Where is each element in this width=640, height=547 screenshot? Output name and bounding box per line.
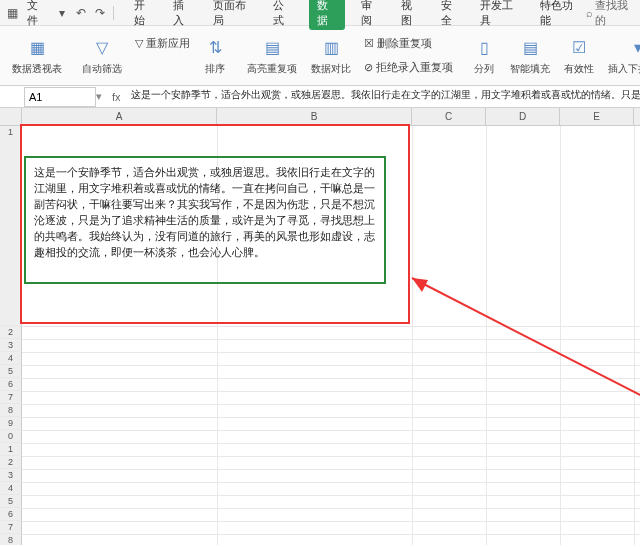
search-box[interactable]: ⌕ 查找我的 — [586, 0, 636, 28]
menubar: ▦ 文件 ▾ ↶ ↷ 开始 插入 页面布局 公式 数据 审阅 视图 安全 开发工… — [0, 0, 640, 26]
cell-a1-content[interactable]: 这是一个安静季节，适合外出观赏，或独居遐思。我依旧行走在文字的江湖里，用文字堆积… — [24, 156, 386, 284]
validity-button[interactable]: ☑有效性 — [558, 30, 600, 82]
row-header[interactable]: 4 — [0, 352, 22, 365]
file-menu[interactable]: 文件 — [23, 0, 52, 30]
divider — [113, 6, 114, 20]
smartfill-button[interactable]: ▤智能填充 — [504, 30, 556, 82]
col-header-F[interactable]: F — [634, 108, 640, 126]
row-header[interactable]: 6 — [0, 508, 22, 521]
reject-button[interactable]: ⊘拒绝录入重复项 — [359, 57, 458, 79]
tab-formula[interactable]: 公式 — [269, 0, 297, 30]
split-button[interactable]: ▯分列 — [466, 30, 502, 82]
tab-review[interactable]: 审阅 — [357, 0, 385, 30]
highlight-icon: ▤ — [260, 36, 284, 60]
row-header[interactable]: 3 — [0, 469, 22, 482]
filter-icon: ▽ — [90, 36, 114, 60]
redo-icon[interactable]: ↷ — [92, 4, 109, 22]
row-header[interactable]: 2 — [0, 456, 22, 469]
row-header[interactable]: 0 — [0, 430, 22, 443]
compare-icon: ▥ — [319, 36, 343, 60]
row-header[interactable]: 4 — [0, 482, 22, 495]
ribbon: ▦数据透视表 ▽自动筛选 ▽重新应用 ⇅排序 ▤高亮重复项 ▥数据对比 ☒删除重… — [0, 26, 640, 86]
row-header[interactable]: 1 — [0, 443, 22, 456]
row-header[interactable]: 1 — [0, 126, 22, 326]
app-icon: ▦ — [4, 4, 21, 22]
row-header[interactable]: 2 — [0, 326, 22, 339]
name-dropdown-icon[interactable]: ▾ — [96, 90, 106, 103]
formula-row: ▾ fx 这是一个安静季节，适合外出观赏，或独居遐思。我依旧行走在文字的江湖里，… — [0, 86, 640, 108]
col-header-E[interactable]: E — [560, 108, 634, 126]
compare-button[interactable]: ▥数据对比 — [305, 30, 357, 82]
name-box[interactable] — [24, 87, 96, 107]
pivot-button[interactable]: ▦数据透视表 — [6, 30, 68, 82]
dropdown-icon: ▾ — [626, 36, 640, 60]
save-icon[interactable]: ▾ — [54, 4, 71, 22]
sort-icon: ⇅ — [203, 36, 227, 60]
sort-button[interactable]: ⇅排序 — [197, 30, 233, 82]
tab-dev[interactable]: 开发工具 — [476, 0, 524, 30]
tab-view[interactable]: 视图 — [397, 0, 425, 30]
reapply-button[interactable]: ▽重新应用 — [130, 33, 195, 55]
grid: ABCDEFG 12345678901234567890 这是一个安静季节，适合… — [0, 108, 640, 545]
dedup-icon: ☒ — [364, 37, 374, 50]
tab-security[interactable]: 安全 — [437, 0, 465, 30]
col-header-D[interactable]: D — [486, 108, 560, 126]
row-header[interactable]: 9 — [0, 417, 22, 430]
highlight-button[interactable]: ▤高亮重复项 — [241, 30, 303, 82]
reapply-icon: ▽ — [135, 37, 143, 50]
select-all-corner[interactable] — [0, 108, 22, 126]
reject-icon: ⊘ — [364, 61, 373, 74]
row-headers: 12345678901234567890 — [0, 126, 22, 545]
row-header[interactable]: 8 — [0, 534, 22, 545]
cells[interactable]: 这是一个安静季节，适合外出观赏，或独居遐思。我依旧行走在文字的江湖里，用文字堆积… — [22, 126, 640, 545]
row-header[interactable]: 8 — [0, 404, 22, 417]
row-header[interactable]: 5 — [0, 365, 22, 378]
validity-icon: ☑ — [567, 36, 591, 60]
tab-insert[interactable]: 插入 — [169, 0, 197, 30]
row-header[interactable]: 6 — [0, 378, 22, 391]
search-icon: ⌕ — [586, 7, 593, 19]
dropdown-button[interactable]: ▾插入下拉列表 — [602, 30, 640, 82]
formula-bar[interactable]: 这是一个安静季节，适合外出观赏，或独居遐思。我依旧行走在文字的江湖里，用文字堆积… — [127, 87, 640, 107]
tab-data[interactable]: 数据 — [309, 0, 345, 30]
row-header[interactable]: 7 — [0, 521, 22, 534]
tab-strip: 开始 插入 页面布局 公式 数据 审阅 视图 安全 开发工具 特色功能 — [130, 0, 584, 30]
undo-icon[interactable]: ↶ — [73, 4, 90, 22]
split-icon: ▯ — [472, 36, 496, 60]
filter-button[interactable]: ▽自动筛选 — [76, 30, 128, 82]
tab-start[interactable]: 开始 — [130, 0, 158, 30]
pivot-icon: ▦ — [25, 36, 49, 60]
dedup-button[interactable]: ☒删除重复项 — [359, 33, 458, 55]
tab-layout[interactable]: 页面布局 — [209, 0, 257, 30]
row-header[interactable]: 7 — [0, 391, 22, 404]
row-header[interactable]: 3 — [0, 339, 22, 352]
smartfill-icon: ▤ — [518, 36, 542, 60]
search-placeholder: 查找我的 — [595, 0, 636, 28]
row-header[interactable]: 5 — [0, 495, 22, 508]
tab-special[interactable]: 特色功能 — [536, 0, 584, 30]
fx-icon[interactable]: fx — [112, 91, 121, 103]
col-header-C[interactable]: C — [412, 108, 486, 126]
